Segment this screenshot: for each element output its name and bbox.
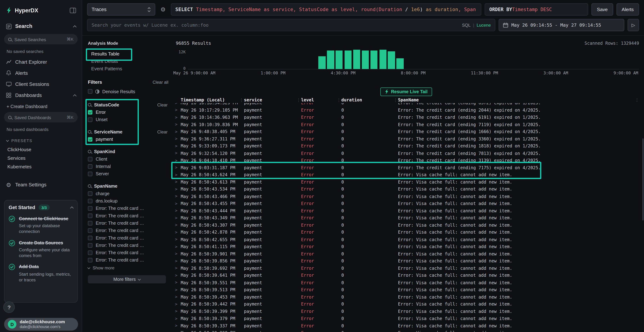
table-row[interactable]: >May 26 8:50:39.379 PMpaymentError0Error… [173, 315, 639, 322]
row-expand-icon[interactable]: > [173, 266, 181, 270]
analysis-mode-option[interactable]: Event Deltas [88, 58, 168, 64]
analysis-mode-option[interactable]: Results Table [88, 51, 168, 57]
row-expand-icon[interactable]: > [173, 309, 181, 314]
row-expand-icon[interactable]: > [173, 302, 181, 306]
presets-toggle[interactable]: PRESETS [0, 134, 82, 145]
table-row[interactable]: >May 26 8:50:39.513 PMpaymentError0Error… [173, 286, 639, 293]
histogram-bar[interactable] [370, 50, 378, 69]
onboarding-step[interactable]: Connect to ClickHouse Set up your databa… [8, 216, 73, 234]
save-button[interactable]: Save [592, 3, 613, 16]
table-row[interactable]: >May 26 9:03:31.187 PMpaymentError0Error… [173, 164, 639, 171]
row-expand-icon[interactable]: > [173, 273, 181, 278]
sql-select-input[interactable]: SELECT Timestamp, ServiceName as service… [171, 3, 482, 16]
table-row[interactable]: >May 26 8:50:43.624 PMpaymentError0Error… [173, 171, 639, 178]
collapse-sidebar-icon[interactable] [70, 8, 76, 13]
row-expand-icon[interactable]: > [173, 187, 181, 191]
facet-option[interactable]: Unset [88, 117, 168, 122]
row-expand-icon[interactable]: > [173, 151, 181, 155]
column-header-service[interactable]: service [244, 97, 296, 102]
checkbox[interactable] [88, 157, 92, 161]
facet-option[interactable]: Error [88, 109, 168, 115]
table-row[interactable]: >May 26 10:17:29.105 PMpaymentError0Erro… [173, 106, 639, 114]
row-expand-icon[interactable]: > [173, 244, 181, 249]
histogram-bar[interactable] [379, 50, 386, 69]
saved-dashboards-input[interactable]: Saved Dashboards ⌘K [4, 112, 78, 122]
row-expand-icon[interactable]: > [173, 180, 181, 184]
table-row[interactable]: >May 26 8:50:39.901 PMpaymentError0Error… [173, 250, 639, 257]
onboarding-step[interactable]: Create Data Sources Configure where your… [8, 240, 73, 258]
run-search-button[interactable]: ▷ [628, 19, 639, 31]
histogram-bar[interactable] [344, 50, 352, 69]
table-row[interactable]: >May 26 8:50:43.349 PMpaymentError0Error… [173, 214, 639, 221]
histogram-bar[interactable] [327, 50, 334, 69]
column-header-duration[interactable]: duration [341, 97, 393, 102]
facet-option[interactable]: Internal [88, 164, 168, 169]
table-row[interactable]: >May 26 8:50:43.455 PMpaymentError0Error… [173, 200, 639, 207]
checkbox[interactable] [88, 214, 92, 218]
table-row[interactable]: >May 26 9:33:09.173 PMpaymentError0Error… [173, 142, 639, 150]
checkbox[interactable] [88, 172, 92, 176]
row-expand-icon[interactable]: > [173, 288, 181, 292]
histogram-bar[interactable] [353, 50, 360, 69]
histogram-bar[interactable] [336, 50, 343, 69]
clear-all-button[interactable]: Clear all [152, 80, 168, 84]
language-toggle[interactable]: SQL | Lucene [462, 22, 491, 28]
table-row[interactable]: >May 26 8:50:43.534 PMpaymentError0Error… [173, 186, 639, 193]
table-row[interactable]: >May 26 8:50:43.466 PMpaymentError0Error… [173, 193, 639, 200]
row-expand-icon[interactable]: > [173, 316, 181, 320]
column-header-level[interactable]: level [301, 97, 336, 102]
alerts-button[interactable]: Alerts [616, 3, 639, 16]
table-row[interactable]: >May 26 8:50:43.613 PMpaymentError0Error… [173, 178, 639, 185]
preset-item-clickhouse[interactable]: ClickHouse [0, 145, 82, 154]
preset-item-services[interactable]: Services [0, 154, 82, 162]
row-expand-icon[interactable]: > [173, 216, 181, 220]
checkbox[interactable] [88, 137, 92, 142]
table-row[interactable]: >May 26 10:14:36.963 PMpaymentError0Erro… [173, 114, 639, 121]
column-header-spanname[interactable]: SpanName [398, 97, 635, 102]
table-row[interactable]: >May 26 8:50:42.878 PMpaymentError0Error… [173, 228, 639, 236]
histogram-bar[interactable] [396, 58, 404, 69]
row-expand-icon[interactable]: > [173, 259, 181, 263]
checkbox[interactable] [88, 243, 92, 248]
row-expand-icon[interactable]: > [173, 237, 181, 242]
row-expand-icon[interactable]: > [173, 103, 181, 105]
column-resize-handle[interactable]: ⋮ [393, 98, 398, 102]
facet-option[interactable]: Error: The credit card … [88, 235, 168, 240]
user-menu[interactable]: D dale@clickhouse.com dale@clickhouse.co… [4, 318, 78, 330]
facet-option[interactable]: Error: The credit card … [88, 205, 168, 211]
show-more-button[interactable]: Show more [88, 265, 168, 270]
row-expand-icon[interactable]: > [173, 129, 181, 134]
table-row[interactable]: >May 26 10:10:39.836 PMpaymentError0Erro… [173, 121, 639, 128]
row-expand-icon[interactable]: > [173, 115, 181, 119]
source-settings-gear-icon[interactable]: ⚙ [158, 6, 168, 12]
facet-option[interactable]: Error: The credit card … [88, 250, 168, 256]
table-row[interactable]: >May 26 9:48:38.405 PMpaymentError0Error… [173, 128, 639, 135]
row-expand-icon[interactable]: > [173, 323, 181, 328]
column-resize-handle[interactable]: ⋮ [635, 98, 639, 102]
lucene-mode-option[interactable]: Lucene [476, 22, 491, 28]
checkbox[interactable] [88, 164, 92, 168]
table-row[interactable]: >May 26 8:50:39.399 PMpaymentError0Error… [173, 308, 639, 315]
row-expand-icon[interactable]: > [173, 208, 181, 213]
table-row[interactable]: >May 26 8:50:39.337 PMpaymentError0Error… [173, 322, 639, 329]
row-expand-icon[interactable]: > [173, 136, 181, 141]
row-expand-icon[interactable]: > [173, 330, 181, 332]
facet-option[interactable]: Server [88, 171, 168, 176]
facet-option[interactable]: Error: The credit card … [88, 242, 168, 248]
checkbox[interactable] [88, 250, 92, 255]
table-row[interactable]: >May 26 8:50:39.298 PMpaymentError0Error… [173, 329, 639, 332]
row-expand-icon[interactable]: > [173, 194, 181, 198]
facet-option[interactable]: payment [88, 136, 168, 142]
preset-item-kubernetes[interactable]: Kubernetes [0, 162, 82, 171]
denoise-results-toggle[interactable]: Denoise Results [88, 89, 168, 94]
row-expand-icon[interactable]: > [173, 201, 181, 206]
sidebar-item-team-settings[interactable]: ⚙ Team Settings [0, 179, 82, 190]
table-row[interactable]: >May 26 10:18:54.329 PMpaymentError0Erro… [173, 103, 639, 106]
date-range-picker[interactable]: May 26 09:14:55 - May 27 09:14:55 [498, 19, 624, 31]
row-expand-icon[interactable]: > [173, 252, 181, 256]
search-section-header[interactable]: Search [0, 18, 82, 32]
table-row[interactable]: >May 26 8:50:43.444 PMpaymentError0Error… [173, 207, 639, 214]
help-button[interactable]: ? [3, 302, 15, 313]
table-row[interactable]: >May 26 9:04:18.410 PMpaymentError0Error… [173, 157, 639, 164]
checkbox[interactable] [88, 228, 92, 232]
